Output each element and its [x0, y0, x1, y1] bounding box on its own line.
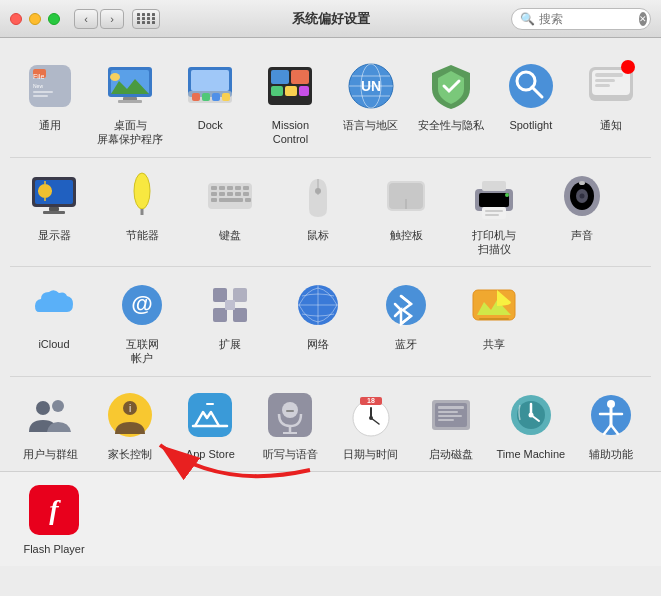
search-input[interactable] [539, 12, 639, 26]
svg-rect-55 [235, 186, 241, 190]
svg-rect-85 [213, 308, 227, 322]
svg-rect-59 [227, 192, 233, 196]
pref-item-spotlight[interactable]: Spotlight [491, 54, 571, 136]
window: ‹ › 系统偏好设置 🔍 ✕ [0, 0, 661, 596]
pref-item-dictation[interactable]: 听写与语音 [250, 383, 330, 465]
svg-rect-57 [211, 192, 217, 196]
svg-point-48 [134, 173, 150, 209]
pref-item-trackpad[interactable]: 触控板 [362, 164, 450, 246]
pref-item-flash[interactable]: f Flash Player [10, 478, 98, 560]
svg-rect-60 [235, 192, 241, 196]
pref-item-energy[interactable]: 节能器 [98, 164, 186, 246]
svg-rect-23 [299, 86, 309, 96]
fullscreen-button[interactable] [48, 13, 60, 25]
bluetooth-label: 蓝牙 [395, 337, 417, 351]
language-icon: UN [343, 58, 399, 114]
pref-item-printer[interactable]: 打印机与扫描仪 [450, 164, 538, 261]
svg-rect-12 [191, 70, 229, 91]
sound-icon [554, 168, 610, 224]
pref-item-dock[interactable]: Dock [170, 54, 250, 136]
svg-rect-61 [243, 192, 249, 196]
startup-label: 启动磁盘 [429, 447, 473, 461]
pref-item-keyboard[interactable]: 键盘 [186, 164, 274, 246]
general-icon: File New [22, 58, 78, 114]
svg-rect-19 [271, 70, 289, 84]
pref-item-startup[interactable]: 启动磁盘 [411, 383, 491, 465]
dictation-label: 听写与语音 [263, 447, 318, 461]
pref-item-mission[interactable]: MissionControl [250, 54, 330, 151]
trackpad-label: 触控板 [390, 228, 423, 242]
svg-point-80 [580, 193, 585, 198]
close-button[interactable] [10, 13, 22, 25]
forward-button[interactable]: › [100, 9, 124, 29]
svg-rect-16 [212, 93, 220, 101]
svg-rect-88 [225, 300, 235, 310]
spotlight-icon [503, 58, 559, 114]
grid-view-button[interactable] [132, 9, 160, 29]
datetime-label: 日期与时间 [343, 447, 398, 461]
svg-text:18: 18 [367, 397, 375, 404]
pref-item-appstore[interactable]: App Store [170, 383, 250, 465]
pref-item-parental[interactable]: i 家长控制 [90, 383, 170, 465]
svg-point-124 [528, 412, 533, 417]
timemachine-label: Time Machine [496, 447, 565, 461]
svg-rect-119 [438, 419, 454, 421]
pref-item-language[interactable]: UN 语言与地区 [331, 54, 411, 136]
pref-item-accessibility[interactable]: 辅助功能 [571, 383, 651, 465]
pref-item-display[interactable]: 显示器 [10, 164, 98, 246]
display-icon [26, 168, 82, 224]
pref-item-network[interactable]: 网络 [274, 273, 362, 355]
datetime-icon: 18 [343, 387, 399, 443]
row-2: 显示器 节能器 [10, 158, 651, 268]
search-icon: 🔍 [520, 12, 535, 26]
pref-item-mouse[interactable]: 鼠标 [274, 164, 362, 246]
pref-item-users[interactable]: 用户与群组 [10, 383, 90, 465]
keyboard-label: 键盘 [219, 228, 241, 242]
svg-rect-71 [479, 193, 509, 207]
language-label: 语言与地区 [343, 118, 398, 132]
svg-rect-56 [243, 186, 249, 190]
nav-arrows: ‹ › [74, 9, 124, 29]
pref-item-general[interactable]: File New 通用 [10, 54, 90, 136]
accessibility-label: 辅助功能 [589, 447, 633, 461]
pref-item-notification[interactable]: 通知 [571, 54, 651, 136]
svg-point-95 [36, 401, 50, 415]
row-1: File New 通用 [10, 48, 651, 158]
mouse-label: 鼠标 [307, 228, 329, 242]
search-box[interactable]: 🔍 ✕ [511, 8, 651, 30]
svg-rect-36 [595, 73, 623, 77]
svg-point-76 [505, 193, 509, 197]
pref-item-sound[interactable]: 声音 [538, 164, 626, 246]
svg-rect-58 [219, 192, 225, 196]
mission-icon [262, 58, 318, 114]
svg-rect-118 [438, 415, 462, 417]
svg-text:i: i [129, 403, 131, 414]
spotlight-label: Spotlight [509, 118, 552, 132]
main-content: File New 通用 [0, 38, 661, 471]
internet-icon: @ [114, 277, 170, 333]
general-label: 通用 [39, 118, 61, 132]
pref-item-sharing[interactable]: 共享 [450, 273, 538, 355]
mission-label: MissionControl [272, 118, 309, 147]
pref-item-bluetooth[interactable]: 蓝牙 [362, 273, 450, 355]
svg-rect-47 [43, 211, 65, 214]
svg-rect-21 [271, 86, 283, 96]
pref-item-security[interactable]: 安全性与隐私 [411, 54, 491, 136]
back-button[interactable]: ‹ [74, 9, 98, 29]
svg-rect-37 [595, 79, 615, 82]
accessibility-icon [583, 387, 639, 443]
search-clear-button[interactable]: ✕ [639, 12, 647, 26]
minimize-button[interactable] [29, 13, 41, 25]
pref-item-internet[interactable]: @ 互联网帐户 [98, 273, 186, 370]
pref-item-desktop[interactable]: 桌面与屏幕保护程序 [90, 54, 170, 151]
svg-rect-38 [595, 84, 610, 87]
pref-item-timemachine[interactable]: Time Machine [491, 383, 571, 465]
extensions-icon [202, 277, 258, 333]
pref-item-extensions[interactable]: 扩展 [186, 273, 274, 355]
pref-item-icloud[interactable]: iCloud [10, 273, 98, 355]
svg-text:New: New [33, 83, 43, 89]
pref-item-datetime[interactable]: 18 日期与时间 [331, 383, 411, 465]
sharing-label: 共享 [483, 337, 505, 351]
svg-point-113 [369, 416, 373, 420]
svg-rect-94 [479, 318, 509, 320]
